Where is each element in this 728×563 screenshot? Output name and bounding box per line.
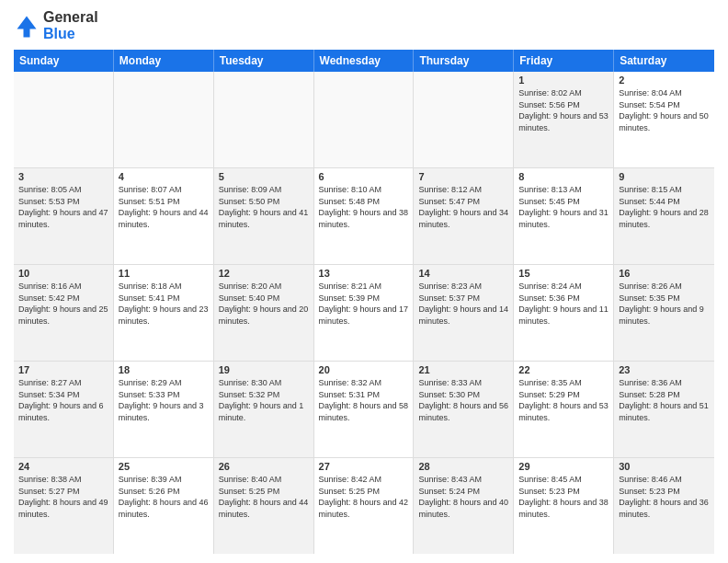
day-cell-17: 17Sunrise: 8:27 AM Sunset: 5:34 PM Dayli…	[14, 362, 114, 457]
day-number: 30	[619, 461, 710, 472]
page: General Blue SundayMondayTuesdayWednesda…	[0, 0, 728, 563]
day-info: Sunrise: 8:39 AM Sunset: 5:26 PM Dayligh…	[119, 474, 209, 520]
day-cell-13: 13Sunrise: 8:21 AM Sunset: 5:39 PM Dayli…	[314, 265, 415, 361]
header-day-sunday: Sunday	[14, 50, 114, 72]
day-info: Sunrise: 8:20 AM Sunset: 5:40 PM Dayligh…	[219, 281, 309, 327]
calendar-row-3: 10Sunrise: 8:16 AM Sunset: 5:42 PM Dayli…	[14, 265, 714, 362]
day-info: Sunrise: 8:46 AM Sunset: 5:23 PM Dayligh…	[619, 474, 710, 520]
day-number: 27	[319, 461, 409, 472]
day-cell-21: 21Sunrise: 8:33 AM Sunset: 5:30 PM Dayli…	[414, 362, 514, 457]
header: General Blue	[14, 9, 714, 42]
day-number: 25	[119, 461, 209, 472]
day-number: 1	[518, 75, 609, 86]
calendar-row-1: 1Sunrise: 8:02 AM Sunset: 5:56 PM Daylig…	[14, 72, 714, 168]
day-number: 29	[518, 461, 609, 472]
logo-text: General Blue	[43, 9, 98, 42]
day-info: Sunrise: 8:13 AM Sunset: 5:45 PM Dayligh…	[518, 184, 609, 230]
calendar-body: 1Sunrise: 8:02 AM Sunset: 5:56 PM Daylig…	[14, 72, 714, 554]
day-number: 28	[418, 461, 508, 472]
day-cell-26: 26Sunrise: 8:40 AM Sunset: 5:25 PM Dayli…	[214, 458, 314, 554]
empty-cell-r0c2	[214, 72, 314, 167]
day-cell-19: 19Sunrise: 8:30 AM Sunset: 5:32 PM Dayli…	[214, 362, 314, 457]
empty-cell-r0c0	[14, 72, 114, 167]
day-cell-9: 9Sunrise: 8:15 AM Sunset: 5:44 PM Daylig…	[614, 168, 714, 264]
empty-cell-r0c3	[314, 72, 415, 167]
day-number: 15	[518, 268, 609, 279]
day-number: 11	[119, 268, 209, 279]
day-info: Sunrise: 8:15 AM Sunset: 5:44 PM Dayligh…	[619, 184, 710, 230]
day-info: Sunrise: 8:27 AM Sunset: 5:34 PM Dayligh…	[18, 377, 108, 423]
day-info: Sunrise: 8:09 AM Sunset: 5:50 PM Dayligh…	[219, 184, 309, 230]
day-cell-7: 7Sunrise: 8:12 AM Sunset: 5:47 PM Daylig…	[414, 168, 514, 264]
day-cell-16: 16Sunrise: 8:26 AM Sunset: 5:35 PM Dayli…	[614, 265, 714, 361]
day-number: 7	[418, 171, 508, 182]
day-cell-29: 29Sunrise: 8:45 AM Sunset: 5:23 PM Dayli…	[514, 458, 614, 554]
empty-cell-r0c1	[114, 72, 214, 167]
day-info: Sunrise: 8:45 AM Sunset: 5:23 PM Dayligh…	[518, 474, 609, 520]
day-info: Sunrise: 8:35 AM Sunset: 5:29 PM Dayligh…	[518, 377, 609, 423]
day-cell-23: 23Sunrise: 8:36 AM Sunset: 5:28 PM Dayli…	[614, 362, 714, 457]
day-cell-10: 10Sunrise: 8:16 AM Sunset: 5:42 PM Dayli…	[14, 265, 114, 361]
day-cell-27: 27Sunrise: 8:42 AM Sunset: 5:25 PM Dayli…	[314, 458, 415, 554]
day-info: Sunrise: 8:38 AM Sunset: 5:27 PM Dayligh…	[18, 474, 108, 520]
day-info: Sunrise: 8:29 AM Sunset: 5:33 PM Dayligh…	[119, 377, 209, 423]
day-cell-11: 11Sunrise: 8:18 AM Sunset: 5:41 PM Dayli…	[114, 265, 214, 361]
day-info: Sunrise: 8:02 AM Sunset: 5:56 PM Dayligh…	[518, 87, 609, 133]
day-info: Sunrise: 8:16 AM Sunset: 5:42 PM Dayligh…	[18, 281, 108, 327]
day-number: 6	[319, 171, 409, 182]
day-number: 20	[319, 364, 409, 375]
day-number: 13	[319, 268, 409, 279]
day-cell-3: 3Sunrise: 8:05 AM Sunset: 5:53 PM Daylig…	[14, 168, 114, 264]
calendar-row-2: 3Sunrise: 8:05 AM Sunset: 5:53 PM Daylig…	[14, 168, 714, 265]
day-info: Sunrise: 8:10 AM Sunset: 5:48 PM Dayligh…	[319, 184, 409, 230]
day-cell-4: 4Sunrise: 8:07 AM Sunset: 5:51 PM Daylig…	[114, 168, 214, 264]
day-number: 18	[119, 364, 209, 375]
day-info: Sunrise: 8:12 AM Sunset: 5:47 PM Dayligh…	[418, 184, 508, 230]
header-day-saturday: Saturday	[614, 50, 714, 72]
calendar: SundayMondayTuesdayWednesdayThursdayFrid…	[14, 50, 714, 554]
day-number: 26	[219, 461, 309, 472]
day-info: Sunrise: 8:07 AM Sunset: 5:51 PM Dayligh…	[119, 184, 209, 230]
day-cell-18: 18Sunrise: 8:29 AM Sunset: 5:33 PM Dayli…	[114, 362, 214, 457]
day-info: Sunrise: 8:26 AM Sunset: 5:35 PM Dayligh…	[619, 281, 710, 327]
day-info: Sunrise: 8:32 AM Sunset: 5:31 PM Dayligh…	[319, 377, 409, 423]
day-info: Sunrise: 8:30 AM Sunset: 5:32 PM Dayligh…	[219, 377, 309, 423]
day-number: 22	[518, 364, 609, 375]
calendar-row-4: 17Sunrise: 8:27 AM Sunset: 5:34 PM Dayli…	[14, 362, 714, 458]
calendar-row-5: 24Sunrise: 8:38 AM Sunset: 5:27 PM Dayli…	[14, 458, 714, 554]
day-cell-2: 2Sunrise: 8:04 AM Sunset: 5:54 PM Daylig…	[614, 72, 714, 167]
day-number: 5	[219, 171, 309, 182]
day-number: 12	[219, 268, 309, 279]
day-info: Sunrise: 8:43 AM Sunset: 5:24 PM Dayligh…	[418, 474, 508, 520]
day-cell-8: 8Sunrise: 8:13 AM Sunset: 5:45 PM Daylig…	[514, 168, 614, 264]
day-number: 24	[18, 461, 108, 472]
day-cell-5: 5Sunrise: 8:09 AM Sunset: 5:50 PM Daylig…	[214, 168, 314, 264]
day-info: Sunrise: 8:18 AM Sunset: 5:41 PM Dayligh…	[119, 281, 209, 327]
day-cell-28: 28Sunrise: 8:43 AM Sunset: 5:24 PM Dayli…	[414, 458, 514, 554]
day-number: 23	[619, 364, 710, 375]
day-info: Sunrise: 8:33 AM Sunset: 5:30 PM Dayligh…	[418, 377, 508, 423]
day-cell-14: 14Sunrise: 8:23 AM Sunset: 5:37 PM Dayli…	[414, 265, 514, 361]
day-number: 9	[619, 171, 710, 182]
day-cell-6: 6Sunrise: 8:10 AM Sunset: 5:48 PM Daylig…	[314, 168, 415, 264]
day-cell-1: 1Sunrise: 8:02 AM Sunset: 5:56 PM Daylig…	[514, 72, 614, 167]
calendar-header: SundayMondayTuesdayWednesdayThursdayFrid…	[14, 50, 714, 72]
day-cell-20: 20Sunrise: 8:32 AM Sunset: 5:31 PM Dayli…	[314, 362, 415, 457]
day-cell-15: 15Sunrise: 8:24 AM Sunset: 5:36 PM Dayli…	[514, 265, 614, 361]
day-info: Sunrise: 8:36 AM Sunset: 5:28 PM Dayligh…	[619, 377, 710, 423]
day-number: 16	[619, 268, 710, 279]
day-number: 21	[418, 364, 508, 375]
header-day-monday: Monday	[114, 50, 214, 72]
day-number: 10	[18, 268, 108, 279]
day-cell-12: 12Sunrise: 8:20 AM Sunset: 5:40 PM Dayli…	[214, 265, 314, 361]
header-day-friday: Friday	[514, 50, 614, 72]
day-info: Sunrise: 8:05 AM Sunset: 5:53 PM Dayligh…	[18, 184, 108, 230]
day-info: Sunrise: 8:24 AM Sunset: 5:36 PM Dayligh…	[518, 281, 609, 327]
day-cell-22: 22Sunrise: 8:35 AM Sunset: 5:29 PM Dayli…	[514, 362, 614, 457]
day-number: 4	[119, 171, 209, 182]
day-number: 14	[418, 268, 508, 279]
header-day-wednesday: Wednesday	[314, 50, 415, 72]
day-info: Sunrise: 8:21 AM Sunset: 5:39 PM Dayligh…	[319, 281, 409, 327]
day-info: Sunrise: 8:42 AM Sunset: 5:25 PM Dayligh…	[319, 474, 409, 520]
day-info: Sunrise: 8:40 AM Sunset: 5:25 PM Dayligh…	[219, 474, 309, 520]
